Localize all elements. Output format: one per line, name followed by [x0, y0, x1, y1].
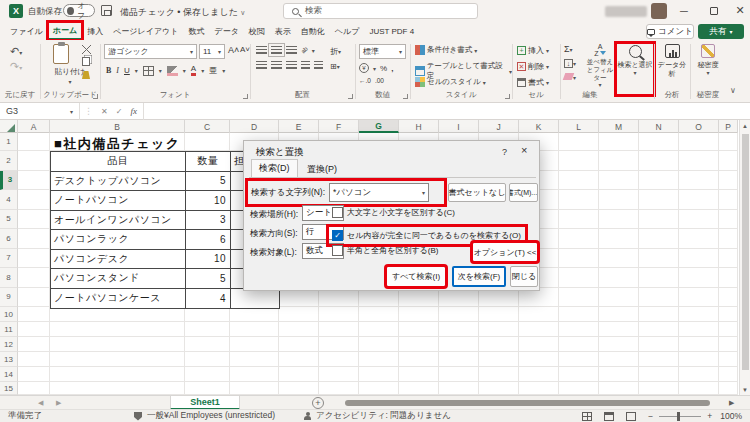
- table-row[interactable]: ノートパソコンケース4: [51, 289, 279, 309]
- name-box[interactable]: G3▾: [0, 103, 80, 120]
- alignment-dialog-launcher[interactable]: [348, 94, 353, 99]
- cell-P6[interactable]: [719, 229, 738, 249]
- dialog-tab-find[interactable]: 検索(D): [251, 159, 298, 177]
- scroll-up-icon[interactable]: ▲: [740, 120, 750, 129]
- cell-F15[interactable]: [319, 382, 359, 395]
- cell-L1[interactable]: [559, 133, 599, 151]
- cell-K13[interactable]: [519, 352, 559, 367]
- cell-styles-button[interactable]: セルのスタイル▾: [415, 77, 486, 87]
- cell-J14[interactable]: [479, 367, 519, 382]
- cell-C13[interactable]: [185, 352, 230, 367]
- cell-C1[interactable]: [185, 133, 230, 151]
- cell-B13[interactable]: [50, 352, 185, 367]
- row-header-3[interactable]: 3: [0, 171, 18, 191]
- cell-J12[interactable]: [479, 337, 519, 352]
- cell-J10[interactable]: [479, 307, 519, 322]
- increase-indent-button[interactable]: [314, 61, 323, 69]
- cell-B14[interactable]: [50, 367, 185, 382]
- cell-F14[interactable]: [319, 367, 359, 382]
- cell-N14[interactable]: [639, 367, 679, 382]
- tab-表示[interactable]: 表示: [270, 22, 296, 40]
- column-header-D[interactable]: D: [230, 120, 279, 133]
- hscroll-right-icon[interactable]: ▶: [729, 399, 734, 407]
- fill-color-arrow[interactable]: ▾: [183, 67, 186, 74]
- fx-icon[interactable]: fx: [130, 106, 137, 116]
- cell-N7[interactable]: [639, 249, 679, 269]
- cell-M7[interactable]: [599, 249, 639, 269]
- cell-K10[interactable]: [519, 307, 559, 322]
- percent-button[interactable]: %: [380, 64, 387, 73]
- font-color-arrow[interactable]: ▾: [201, 67, 204, 74]
- cell-J11[interactable]: [479, 322, 519, 337]
- cell-G12[interactable]: [359, 337, 399, 352]
- vertical-scroll-thumb[interactable]: [742, 134, 749, 370]
- cell-M2[interactable]: [599, 151, 639, 171]
- cell-M5[interactable]: [599, 210, 639, 230]
- cell-J15[interactable]: [479, 382, 519, 395]
- align-bottom-button[interactable]: [286, 46, 297, 54]
- dialog-tab-replace[interactable]: 置換(P): [300, 160, 344, 178]
- cell-P14[interactable]: [719, 367, 738, 382]
- cell-E14[interactable]: [279, 367, 319, 382]
- cell-M9[interactable]: [599, 288, 639, 308]
- cell-A10[interactable]: [18, 307, 50, 322]
- cell-A12[interactable]: [18, 337, 50, 352]
- cell-E10[interactable]: [279, 307, 319, 322]
- align-left-button[interactable]: [256, 61, 267, 69]
- number-dialog-launcher[interactable]: [403, 94, 408, 99]
- tab-ホーム[interactable]: ホーム: [48, 22, 82, 40]
- cell-M15[interactable]: [599, 382, 639, 395]
- cell-A5[interactable]: [18, 210, 50, 230]
- cell-N2[interactable]: [639, 151, 679, 171]
- cell-L12[interactable]: [559, 337, 599, 352]
- enter-icon[interactable]: ✓: [116, 107, 123, 116]
- cell-L6[interactable]: [559, 229, 599, 249]
- format-button[interactable]: 書式(M)...▾: [509, 183, 538, 202]
- row-header-14[interactable]: 14: [0, 367, 18, 382]
- sheet-nav-right-icon[interactable]: ▶: [56, 399, 61, 407]
- tab-ファイル[interactable]: ファイル: [5, 22, 48, 40]
- cell-I13[interactable]: [439, 352, 479, 367]
- cell-B12[interactable]: [50, 337, 185, 352]
- cell-L8[interactable]: [559, 268, 599, 288]
- comments-button[interactable]: コメント: [646, 24, 694, 39]
- cell-D11[interactable]: [230, 322, 279, 337]
- styles-dialog-launcher[interactable]: [505, 94, 510, 99]
- cell-M4[interactable]: [599, 190, 639, 210]
- cell-E13[interactable]: [279, 352, 319, 367]
- tab-データ[interactable]: データ: [209, 22, 243, 40]
- dialog-help-button[interactable]: ?: [502, 147, 507, 157]
- align-middle-button[interactable]: [271, 46, 282, 54]
- cell-A3[interactable]: [18, 171, 50, 191]
- maximize-button[interactable]: [704, 0, 724, 21]
- dialog-close-icon[interactable]: ×: [521, 144, 527, 156]
- cell-G11[interactable]: [359, 322, 399, 337]
- fill-color-button[interactable]: [167, 66, 178, 76]
- horizontal-scroll-thumb[interactable]: [345, 400, 710, 406]
- cell-C15[interactable]: [185, 382, 230, 395]
- cell-I15[interactable]: [439, 382, 479, 395]
- zoom-slider-thumb[interactable]: [677, 412, 680, 421]
- row-header-10[interactable]: 10: [0, 307, 18, 322]
- delete-cells-button[interactable]: ✕削除▾: [517, 61, 549, 72]
- cell-M10[interactable]: [599, 307, 639, 322]
- cell-O1[interactable]: [679, 133, 719, 151]
- cell-N12[interactable]: [639, 337, 679, 352]
- sort-filter-button[interactable]: AZ 並べ替えとフィルター▾: [584, 43, 616, 90]
- find-next-button[interactable]: 次を検索(F): [452, 266, 506, 287]
- font-dialog-launcher[interactable]: [243, 94, 248, 99]
- cell-A11[interactable]: [18, 322, 50, 337]
- cell-A9[interactable]: [18, 288, 50, 308]
- currency-format-button[interactable]: ¥: [359, 63, 369, 73]
- row-header-6[interactable]: 6: [0, 229, 18, 249]
- match-entire-checkbox[interactable]: ✓: [332, 230, 343, 241]
- grow-font-button[interactable]: A˄: [228, 45, 239, 55]
- row-header-9[interactable]: 9: [0, 288, 18, 308]
- cell-N13[interactable]: [639, 352, 679, 367]
- currency-arrow[interactable]: ▾: [373, 65, 376, 72]
- cell-O13[interactable]: [679, 352, 719, 367]
- cell-O3[interactable]: [679, 171, 719, 191]
- undo-button[interactable]: ↶▾: [10, 45, 22, 58]
- normal-view-button[interactable]: [582, 412, 592, 421]
- cell-K14[interactable]: [519, 367, 559, 382]
